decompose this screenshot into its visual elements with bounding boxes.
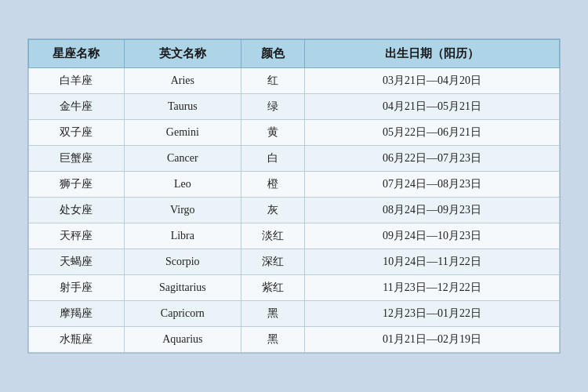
cell-chinese: 天秤座 — [29, 223, 125, 249]
table-row: 双子座Gemini黄05月22日—06月21日 — [29, 120, 560, 146]
table-row: 水瓶座Aquarius黑01月21日—02月19日 — [29, 327, 560, 353]
cell-color: 绿 — [241, 94, 304, 120]
cell-english: Libra — [124, 223, 241, 249]
cell-color: 紫红 — [241, 275, 304, 301]
cell-color: 淡红 — [241, 223, 304, 249]
table-row: 巨蟹座Cancer白06月22日—07月23日 — [29, 146, 560, 172]
cell-english: Gemini — [124, 120, 241, 146]
cell-color: 黄 — [241, 120, 304, 146]
cell-color: 白 — [241, 146, 304, 172]
header-date: 出生日期（阳历） — [305, 40, 560, 68]
table-row: 天蝎座Scorpio深红10月24日—11月22日 — [29, 249, 560, 275]
table-row: 狮子座Leo橙07月24日—08月23日 — [29, 172, 560, 198]
table-row: 金牛座Taurus绿04月21日—05月21日 — [29, 94, 560, 120]
cell-chinese: 金牛座 — [29, 94, 125, 120]
cell-date: 09月24日—10月23日 — [305, 223, 560, 249]
cell-english: Aquarius — [124, 327, 241, 353]
cell-date: 07月24日—08月23日 — [305, 172, 560, 198]
cell-chinese: 狮子座 — [29, 172, 125, 198]
cell-date: 04月21日—05月21日 — [305, 94, 560, 120]
cell-date: 03月21日—04月20日 — [305, 68, 560, 94]
cell-date: 01月21日—02月19日 — [305, 327, 560, 353]
zodiac-table: 星座名称 英文名称 颜色 出生日期（阳历） 白羊座Aries红03月21日—04… — [28, 39, 560, 353]
cell-english: Virgo — [124, 198, 241, 223]
header-english: 英文名称 — [124, 40, 241, 68]
cell-chinese: 双子座 — [29, 120, 125, 146]
cell-english: Cancer — [124, 146, 241, 172]
cell-chinese: 水瓶座 — [29, 327, 125, 353]
zodiac-table-container: 星座名称 英文名称 颜色 出生日期（阳历） 白羊座Aries红03月21日—04… — [27, 38, 561, 354]
header-chinese: 星座名称 — [29, 40, 125, 68]
cell-english: Capricorn — [124, 301, 241, 327]
table-row: 射手座Sagittarius紫红11月23日—12月22日 — [29, 275, 560, 301]
table-body: 白羊座Aries红03月21日—04月20日金牛座Taurus绿04月21日—0… — [29, 68, 560, 353]
cell-date: 10月24日—11月22日 — [305, 249, 560, 275]
cell-chinese: 射手座 — [29, 275, 125, 301]
table-row: 天秤座Libra淡红09月24日—10月23日 — [29, 223, 560, 249]
cell-color: 灰 — [241, 198, 304, 223]
cell-date: 08月24日—09月23日 — [305, 198, 560, 223]
cell-color: 橙 — [241, 172, 304, 198]
cell-english: Sagittarius — [124, 275, 241, 301]
cell-date: 11月23日—12月22日 — [305, 275, 560, 301]
cell-date: 12月23日—01月22日 — [305, 301, 560, 327]
table-row: 摩羯座Capricorn黑12月23日—01月22日 — [29, 301, 560, 327]
table-row: 白羊座Aries红03月21日—04月20日 — [29, 68, 560, 94]
cell-chinese: 巨蟹座 — [29, 146, 125, 172]
cell-color: 红 — [241, 68, 304, 94]
table-header-row: 星座名称 英文名称 颜色 出生日期（阳历） — [29, 40, 560, 68]
header-color: 颜色 — [241, 40, 304, 68]
cell-chinese: 摩羯座 — [29, 301, 125, 327]
cell-english: Leo — [124, 172, 241, 198]
cell-color: 黑 — [241, 327, 304, 353]
cell-color: 深红 — [241, 249, 304, 275]
cell-date: 06月22日—07月23日 — [305, 146, 560, 172]
cell-chinese: 白羊座 — [29, 68, 125, 94]
cell-chinese: 处女座 — [29, 198, 125, 223]
cell-color: 黑 — [241, 301, 304, 327]
cell-date: 05月22日—06月21日 — [305, 120, 560, 146]
cell-english: Aries — [124, 68, 241, 94]
cell-english: Taurus — [124, 94, 241, 120]
table-row: 处女座Virgo灰08月24日—09月23日 — [29, 198, 560, 223]
cell-english: Scorpio — [124, 249, 241, 275]
cell-chinese: 天蝎座 — [29, 249, 125, 275]
